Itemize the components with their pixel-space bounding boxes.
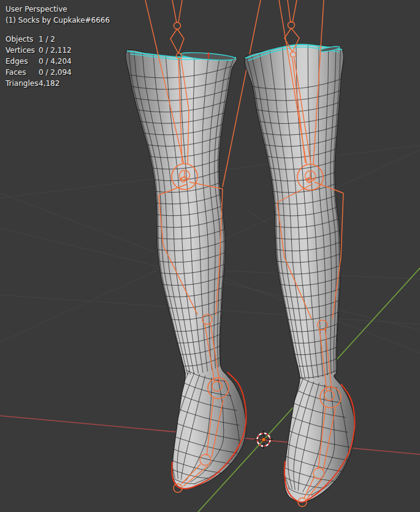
viewport-canvas[interactable] — [0, 0, 420, 512]
blender-viewport: User Perspective (1) Socks by Cupkake#66… — [0, 0, 420, 512]
